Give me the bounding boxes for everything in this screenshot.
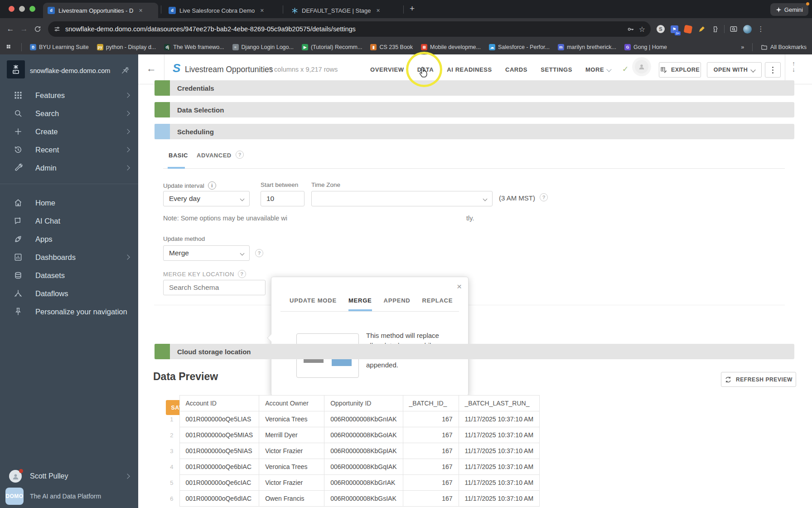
help-icon[interactable]: ? xyxy=(540,193,548,201)
back-icon[interactable]: ← xyxy=(4,24,17,34)
forward-icon[interactable]: → xyxy=(17,24,31,34)
bookmark-item[interactable]: ☁Salesforce - Perfor... xyxy=(489,44,550,50)
back-arrow-icon[interactable]: ← xyxy=(146,63,156,74)
extension-s-icon[interactable]: S xyxy=(656,24,665,34)
sidebar-item-features[interactable]: Features xyxy=(0,86,138,104)
popup-tab-replace[interactable]: REPLACE xyxy=(422,297,453,311)
sidebar-item-apps[interactable]: Apps xyxy=(0,230,138,248)
arrow-down-icon[interactable]: ↓ xyxy=(792,66,795,73)
tab-close-icon[interactable]: × xyxy=(376,7,380,14)
help-icon[interactable]: ? xyxy=(236,151,244,159)
extension-pen-icon[interactable] xyxy=(697,24,706,34)
tab-close-icon[interactable]: × xyxy=(139,7,142,14)
window-zoom-button[interactable] xyxy=(29,6,35,12)
bookmarks-overflow-chevron[interactable]: » xyxy=(741,44,744,50)
domo-favicon: d xyxy=(169,7,176,14)
extensions-area: S ⚑ 9+ ⋮ xyxy=(656,24,765,34)
extension-orange-icon[interactable] xyxy=(683,24,692,34)
tab-close-icon[interactable]: × xyxy=(260,7,264,14)
salesforce-connector-icon: S xyxy=(173,61,180,75)
bookmark-item[interactable]: GGong | Home xyxy=(624,44,667,50)
sidebar-item-search[interactable]: Search xyxy=(0,104,138,122)
section-data-selection[interactable]: Data Selection xyxy=(155,102,794,117)
refresh-preview-button[interactable]: REFRESH PREVIEW xyxy=(721,372,796,387)
tab-advanced[interactable]: ADVANCED xyxy=(197,152,232,159)
start-between-select[interactable]: 10 xyxy=(261,191,304,206)
window-close-button[interactable] xyxy=(9,6,14,12)
tab-more[interactable]: MORE xyxy=(585,66,611,73)
info-icon[interactable]: i xyxy=(208,181,216,190)
rocket-icon xyxy=(14,234,24,244)
scroll-jump-control[interactable]: ↑ ↓ xyxy=(792,61,795,73)
column-header[interactable]: Account Owner xyxy=(259,396,324,411)
bookmark-item[interactable]: mmarilyn bretherick... xyxy=(558,44,616,50)
user-menu[interactable]: Scott Pulley xyxy=(0,466,138,486)
close-icon[interactable]: × xyxy=(457,282,462,292)
password-key-icon[interactable] xyxy=(627,25,634,33)
bookmark-item[interactable]: ⊞Mobile developme... xyxy=(421,44,481,50)
unpin-sidebar-icon[interactable] xyxy=(121,66,130,75)
more-actions-kebab-button[interactable] xyxy=(765,62,781,78)
browser-tab-1[interactable]: d Livestream Opportunities - D × xyxy=(43,3,158,18)
tab-overview[interactable]: OVERVIEW xyxy=(370,66,404,73)
instance-logo[interactable] xyxy=(7,60,25,78)
section-credentials[interactable]: Credentials xyxy=(155,80,794,96)
browser-tab-3[interactable]: DEFAULT_STAGE | Stage × xyxy=(286,3,401,18)
popup-tab-append[interactable]: APPEND xyxy=(384,297,411,311)
column-header[interactable]: Account ID xyxy=(179,396,259,411)
section-cloud-storage[interactable]: Cloud storage location xyxy=(155,344,794,359)
site-settings-icon[interactable] xyxy=(53,25,61,33)
sidebar-item-home[interactable]: Home xyxy=(0,194,138,212)
sidebar-item-create[interactable]: Create xyxy=(0,122,138,141)
section-scheduling[interactable]: Scheduling xyxy=(155,124,794,139)
explore-button[interactable]: EXPLORE xyxy=(659,62,701,78)
new-tab-button[interactable]: + xyxy=(410,4,415,14)
sidebar-item-datasets[interactable]: Datasets xyxy=(0,266,138,284)
gemini-button[interactable]: Gemini xyxy=(770,3,808,16)
update-interval-select[interactable]: Every day xyxy=(163,191,250,206)
bookmark-item[interactable]: ▶(Tutorial) Recomm... xyxy=(302,44,362,50)
column-header[interactable]: Opportunity ID xyxy=(324,396,403,411)
tab-basic[interactable]: BASIC xyxy=(169,152,188,159)
bookmark-item[interactable]: ≡Django Login Logo... xyxy=(232,44,294,50)
open-with-button[interactable]: OPEN WITH xyxy=(707,62,762,78)
extensions-puzzle-icon[interactable] xyxy=(710,24,720,34)
sidebar-item-personalize[interactable]: Personalize your navigation xyxy=(0,303,138,321)
bookmark-item[interactable]: djThe Web framewo... xyxy=(164,44,224,50)
popup-tab-update-mode[interactable]: UPDATE MODE xyxy=(290,297,337,311)
reload-icon[interactable] xyxy=(31,25,44,33)
update-method-help-icon[interactable]: ? xyxy=(255,249,263,257)
merge-key-search-input[interactable] xyxy=(163,280,266,295)
column-header[interactable]: _BATCH_LAST_RUN_ xyxy=(459,396,540,411)
tab-settings[interactable]: SETTINGS xyxy=(541,66,572,73)
sidebar-item-recent[interactable]: Recent xyxy=(0,141,138,159)
time-zone-select[interactable] xyxy=(311,191,493,206)
chrome-menu-icon[interactable]: ⋮ xyxy=(756,24,765,34)
bookmark-item[interactable]: pypython - Display d... xyxy=(97,44,156,50)
sidebar-item-admin[interactable]: Admin xyxy=(0,159,138,177)
sidebar-item-ai-chat[interactable]: AI Chat xyxy=(0,212,138,230)
popup-tab-merge[interactable]: MERGE xyxy=(348,297,372,311)
all-bookmarks-button[interactable]: All Bookmarks xyxy=(761,44,807,51)
chevron-right-icon xyxy=(125,147,130,152)
tab-cards[interactable]: CARDS xyxy=(505,66,527,73)
window-minimize-button[interactable] xyxy=(19,6,25,12)
extension-flag-icon[interactable]: ⚑ 9+ xyxy=(670,24,679,34)
address-bar[interactable]: snowflake-demo.domo.com/datasources/947e… xyxy=(48,21,651,37)
bookmark-item[interactable]: BBYU Learning Suite xyxy=(30,44,89,50)
bookmark-item[interactable]: ▮CS 235 Book xyxy=(370,44,413,50)
tab-title: Live Salesforce Cobra Demo xyxy=(179,7,255,14)
update-method-select[interactable]: Merge xyxy=(163,245,250,261)
apps-grid-icon[interactable] xyxy=(5,44,13,51)
column-header[interactable]: _BATCH_ID_ xyxy=(403,396,459,411)
data-preview-table: Account ID Account Owner Opportunity ID … xyxy=(153,395,540,507)
browser-tab-2[interactable]: d Live Salesforce Cobra Demo × xyxy=(164,3,280,18)
sidebar-item-dashboards[interactable]: Dashboards xyxy=(0,248,138,266)
tab-ai-readiness[interactable]: AI READINESS xyxy=(447,66,492,73)
bookmark-star-icon[interactable]: ☆ xyxy=(639,25,645,34)
sidebar-item-dataflows[interactable]: Dataflows xyxy=(0,284,138,303)
help-icon[interactable]: ? xyxy=(238,270,246,278)
owner-avatar[interactable] xyxy=(635,60,648,73)
profile-avatar[interactable] xyxy=(743,24,752,34)
tab-search-icon[interactable] xyxy=(729,24,738,34)
